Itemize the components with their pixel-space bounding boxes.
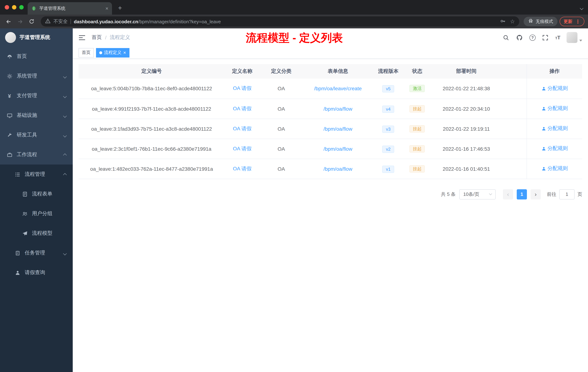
definition-id: oa_leave:4:991f2193-7b7f-11ec-a3c8-acde4… [79, 99, 225, 119]
definition-name-link[interactable]: OA 请假 [233, 145, 252, 151]
sidebar-item-label: 基础设施 [17, 112, 37, 119]
page-size-select[interactable]: 10条/页 [459, 189, 496, 199]
avatar[interactable] [567, 32, 578, 43]
form-info-link[interactable]: /bpm/oa/flow [324, 146, 352, 152]
chevron-down-icon [64, 132, 66, 138]
tag-home[interactable]: 首页 [79, 48, 94, 57]
font-size-icon[interactable]: TT [555, 34, 560, 40]
sidebar-item-infrastructure[interactable]: 基础设施 [0, 106, 73, 125]
column-spacer [502, 64, 527, 79]
sidebar-item-system-mgmt[interactable]: 系统管理 [0, 66, 73, 86]
page-unit-label: 页 [578, 191, 582, 197]
infrastructure-icon [7, 112, 12, 118]
next-page-button[interactable]: › [531, 189, 541, 199]
status-badge: 挂起 [410, 125, 425, 132]
tag-close-icon[interactable]: × [123, 50, 126, 55]
form-info-link[interactable]: /bpm/oa/leave/create [314, 86, 362, 92]
goto-page-input[interactable] [559, 189, 575, 199]
definition-name-link[interactable]: OA 请假 [233, 85, 252, 91]
assign-rule-link[interactable]: 分配规则 [541, 105, 568, 112]
page-title-annotation: 流程模型 - 定义列表 [246, 31, 343, 45]
address-bar[interactable]: 不安全 dashboard.yudao.iocoder.cn/bpm/manag… [41, 16, 519, 27]
sidebar-item-home[interactable]: 首页 [0, 47, 73, 66]
page-url[interactable]: dashboard.yudao.iocoder.cn/bpm/manager/d… [74, 19, 221, 24]
sidebar-item-workflow[interactable]: 工作流程 [0, 145, 73, 164]
security-label[interactable]: 不安全 [53, 18, 68, 25]
column-category: 定义分类 [260, 64, 303, 79]
pagination-total: 共 5 条 [441, 191, 456, 197]
fullscreen-icon[interactable] [542, 34, 549, 41]
zoom-window-button[interactable] [19, 5, 24, 10]
sidebar-item-label: 流程表单 [32, 191, 52, 197]
form-info-link[interactable]: /bpm/oa/flow [324, 126, 352, 131]
tab-search-icon[interactable] [580, 4, 583, 11]
github-icon[interactable] [516, 34, 523, 41]
chevron-down-icon [64, 112, 66, 118]
sidebar-item-label: 流程管理 [25, 171, 45, 178]
definition-name-link[interactable]: OA 请假 [233, 125, 252, 131]
definition-table: 定义编号 定义名称 定义分类 表单信息 流程版本 状态 部署时间 操作 [79, 64, 582, 179]
form-info-link[interactable]: /bpm/oa/flow [324, 106, 352, 111]
sidebar-item-label: 研发工具 [17, 132, 37, 138]
sidebar-item-process-mgmt[interactable]: 流程管理 [0, 164, 73, 184]
prev-page-button[interactable]: ‹ [503, 189, 513, 199]
assign-rule-link[interactable]: 分配规则 [541, 165, 568, 172]
update-label: 更新 [564, 18, 572, 25]
hamburger-icon[interactable] [79, 34, 86, 41]
definition-category: OA [260, 99, 303, 119]
column-definition-name: 定义名称 [225, 64, 260, 79]
clipboard-icon [15, 250, 20, 256]
sidebar-item-dev-tools[interactable]: 研发工具 [0, 125, 73, 145]
tab-close-icon[interactable]: × [105, 6, 108, 11]
person-icon [15, 270, 20, 275]
forward-icon[interactable] [15, 17, 25, 26]
sidebar-item-process-model[interactable]: 流程模型 [0, 223, 73, 243]
browser-menu-icon[interactable]: ⋮ [575, 19, 580, 24]
sidebar-item-user-group[interactable]: 用户分组 [0, 204, 73, 223]
app-logo[interactable]: 芋道管理系统 [0, 28, 73, 47]
assign-person-icon [541, 166, 546, 171]
incognito-badge: 无痕模式 [524, 17, 557, 26]
search-icon[interactable] [503, 34, 510, 41]
sidebar-item-label: 流程模型 [32, 230, 52, 237]
chevron-down-icon [64, 93, 66, 99]
incognito-icon [528, 18, 534, 25]
browser-tab[interactable]: 芋道管理系统 × [28, 2, 112, 15]
form-icon [22, 191, 28, 197]
sidebar-item-label: 工作流程 [17, 152, 37, 158]
table-row: oa_leave:4:991f2193-7b7f-11ec-a3c8-acde4… [79, 99, 582, 119]
definition-name-link[interactable]: OA 请假 [233, 165, 252, 171]
assign-rule-link[interactable]: 分配规则 [541, 145, 568, 152]
update-button[interactable]: 更新 ⋮ [560, 17, 584, 26]
form-info-link[interactable]: /bpm/oa/flow [324, 166, 352, 172]
minimize-window-button[interactable] [12, 5, 16, 10]
tag-process-definition[interactable]: 流程定义 × [96, 48, 129, 57]
deploy-time: 2022-01-22 19:19:11 [431, 119, 502, 139]
new-tab-button[interactable]: + [116, 4, 124, 12]
password-key-icon[interactable] [500, 18, 506, 25]
page-number-button[interactable]: 1 [517, 189, 527, 199]
close-window-button[interactable] [5, 5, 9, 10]
user-menu[interactable] [567, 32, 582, 43]
assign-rule-link[interactable]: 分配规则 [541, 85, 568, 92]
assign-person-icon [541, 126, 546, 131]
assign-rule-link[interactable]: 分配规则 [541, 125, 568, 132]
sidebar: 芋道管理系统 首页 系统管理 ¥ 支付管 [0, 28, 73, 372]
breadcrumb-home[interactable]: 首页 [92, 34, 102, 41]
definition-id: oa_leave:3:1fad3d93-7b75-11ec-a3c8-acde4… [79, 119, 225, 139]
sidebar-item-leave-query[interactable]: 请假查询 [0, 263, 73, 283]
window-controls [5, 5, 24, 10]
sidebar-item-task-mgmt[interactable]: 任务管理 [0, 243, 73, 263]
version-badge: v1 [382, 165, 394, 173]
sidebar-item-label: 系统管理 [17, 73, 37, 79]
status-badge: 挂起 [410, 105, 425, 112]
help-icon[interactable]: ? [529, 34, 536, 41]
sidebar-item-label: 请假查询 [25, 269, 45, 276]
definition-name-link[interactable]: OA 请假 [233, 105, 252, 111]
sidebar-item-process-form[interactable]: 流程表单 [0, 184, 73, 204]
back-icon[interactable] [4, 17, 13, 26]
sidebar-item-payment-mgmt[interactable]: ¥ 支付管理 [0, 86, 73, 106]
reload-icon[interactable] [27, 17, 36, 26]
app-header: 首页 / 流程定义 流程模型 - 定义列表 ? TT [73, 28, 588, 47]
bookmark-star-icon[interactable]: ☆ [510, 18, 515, 25]
